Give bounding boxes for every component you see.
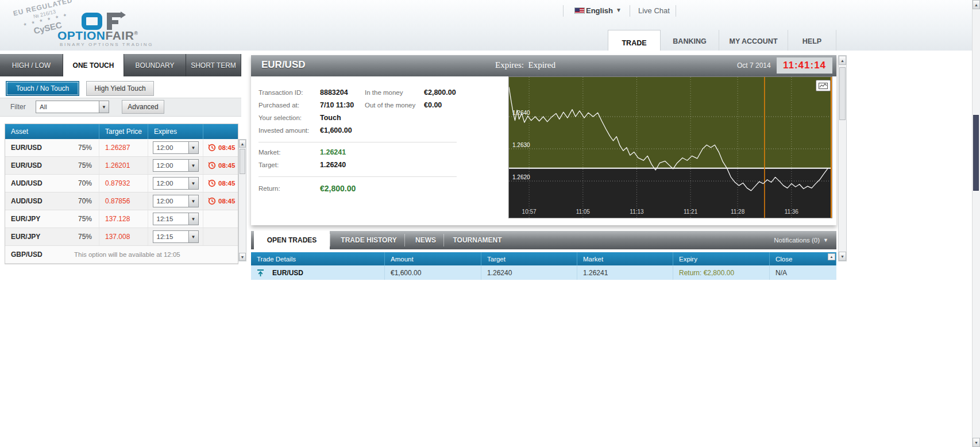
current-date: Oct 7 2014 [737,61,771,70]
transaction-id-label: Transaction ID: [258,89,303,96]
asset-table: AssetTarget PriceExpires EUR/USD75%1.262… [5,124,238,264]
asset-col-header: Asset [5,124,99,139]
chevron-down-icon[interactable]: ▼ [188,213,198,225]
logo-arrow-icon [121,11,126,18]
asset-name: AUD/USD [5,197,78,205]
chevron-down-icon[interactable]: ▼ [188,195,198,207]
svg-text:1.2630: 1.2630 [512,142,530,148]
us-flag-icon [574,7,585,14]
chart-type-button[interactable] [816,80,831,91]
expires-select[interactable]: 12:00▼ [153,195,199,207]
scroll-down-icon[interactable]: ▼ [973,438,980,447]
svg-text:1.2620: 1.2620 [512,174,530,180]
asset-row-eur-jpy[interactable]: EUR/JPY75%137.12812:15▼ [5,210,238,228]
scrollbar-thumb[interactable] [240,149,245,174]
scroll-up-icon[interactable]: ▲ [839,56,846,65]
asset-row-eur-usd[interactable]: EUR/USD75%1.2620112:00▼08:45 [5,157,238,175]
top-header: EU REGULATED № 216/13 ★ ★ ★ ★ ★ ★ CySEC … [0,0,972,51]
scroll-up-icon[interactable]: ▲ [973,0,980,9]
nav-tab-my-account[interactable]: MY ACCOUNT [719,30,788,53]
trade-asset: EUR/USD [272,269,303,277]
asset-table-scrollbar[interactable]: ▲ ▼ [238,139,246,261]
expires-value: 12:00 [153,198,188,205]
in-money-value: €2,800.00 [424,88,456,97]
bottom-tab-tournament[interactable]: TOURNAMENT [447,231,508,249]
in-money-label: In the money [365,89,403,96]
divider [258,142,457,142]
trade-target: 1.26240 [481,265,577,280]
bottom-tabs-bar: Notifications (0) ▼ OPEN TRADESTRADE HIS… [251,231,836,249]
asset-row-aud-usd[interactable]: AUD/USD70%0.8785612:00▼08:45 [5,192,238,210]
notifications-toggle[interactable]: Notifications (0) ▼ [774,231,828,249]
countdown-cell: 08:45 [203,175,238,192]
out-money-label: Out of the money [365,102,415,109]
header-divider [563,5,564,17]
chevron-down-icon[interactable]: ▼ [188,142,198,153]
nav-tab-help[interactable]: HELP [788,30,836,53]
instrument-tab-high-low[interactable]: HIGH / LOW [0,54,63,76]
asset-unavailable-notice: This option will be available at 12:05 [74,246,238,263]
trades-col-header: Market [577,252,673,265]
expires-select[interactable]: 12:15▼ [153,213,199,225]
trade-amount: €1,600.00 [385,265,481,280]
asset-row-aud-usd[interactable]: AUD/USD70%0.8793212:00▼08:45 [5,175,238,192]
scrollbar-thumb[interactable] [839,67,846,120]
bottom-tab-open-trades[interactable]: OPEN TRADES [254,231,330,249]
expires-select[interactable]: 12:00▼ [153,141,199,154]
asset-row-gbp-usd[interactable]: GBP/USDThis option will be available at … [5,246,238,264]
touch-no-touch-button[interactable]: Touch / No Touch [6,81,79,96]
asset-row-eur-usd[interactable]: EUR/USD75%1.2628712:00▼08:45 [5,139,238,157]
asset-name: AUD/USD [5,179,78,187]
expires-select[interactable]: 12:00▼ [153,177,199,190]
live-chat-link[interactable]: Live Chat [638,6,670,15]
expires-value: 12:00 [153,162,188,169]
countdown-time: 08:45 [218,180,235,187]
filter-select[interactable]: All ▼ [36,101,109,113]
open-trade-row[interactable]: EUR/USD€1,600.001.262401.26241Return: €2… [251,265,836,280]
high-yield-touch-button[interactable]: High Yield Touch [86,81,154,96]
nav-tab-banking[interactable]: BANKING [661,30,719,53]
payout-percent: 70% [78,179,99,187]
chevron-down-icon[interactable]: ▼ [188,178,198,189]
optionfair-trading-page: EU REGULATED № 216/13 ★ ★ ★ ★ ★ ★ CySEC … [0,0,980,447]
countdown-time: 08:45 [218,198,235,205]
chevron-down-icon[interactable]: ▼ [188,231,198,242]
selection-value: Touch [320,114,341,122]
expires-select[interactable]: 12:00▼ [153,159,199,172]
instrument-tab-one-touch[interactable]: ONE TOUCH [63,54,124,76]
market-label: Market: [258,149,280,156]
asset-name: GBP/USD [5,251,74,259]
target-value: 1.26240 [320,161,346,169]
asset-col-header: Target Price [99,124,148,139]
price-chart: 10:5711:0511:1311:2111:2811:361.26401.26… [508,76,832,218]
advanced-button[interactable]: Advanced [122,100,164,114]
asset-row-eur-jpy[interactable]: EUR/JPY75%137.00812:15▼ [5,228,238,246]
out-money-value: €0.00 [424,101,442,109]
scroll-down-icon[interactable]: ▼ [239,253,246,261]
bottom-tab-trade-history[interactable]: TRADE HISTORY [333,231,404,249]
countdown-cell [203,228,238,245]
open-trades-header: Trade DetailsAmountTargetMarketExpiryClo… [251,252,836,265]
main-nav-tabs: TRADEBANKINGMY ACCOUNTHELP [608,30,836,53]
chevron-down-icon[interactable]: ▼ [188,160,198,171]
bottom-tab-news[interactable]: NEWS [408,231,443,249]
filter-label: Filter [10,103,26,111]
scroll-down-icon[interactable]: ▼ [839,252,846,261]
trades-col-header: Trade Details [251,252,385,265]
instrument-tab-short-term[interactable]: SHORT TERM [186,54,241,76]
chevron-down-icon[interactable]: ▼ [99,101,109,113]
page-scrollbar[interactable]: ▲ ▼ [972,0,980,447]
chevron-down-icon[interactable]: ▼ [616,7,622,13]
expires-select[interactable]: 12:15▼ [153,230,199,243]
instrument-tab-boundary[interactable]: BOUNDARY [124,54,186,76]
scrollbar-thumb[interactable] [973,115,979,191]
logo-o-shape [82,13,102,30]
trade-symbol-title: EUR/USD [261,59,306,71]
content-scrollbar[interactable]: ▲ ▼ [838,55,847,261]
open-trades-body: EUR/USD€1,600.001.262401.26241Return: €2… [251,265,836,280]
scroll-up-icon[interactable]: ▲ [239,140,246,148]
language-selector[interactable]: English [586,6,613,15]
scroll-up-icon[interactable]: ▲ [828,253,835,260]
brand-wordmark[interactable]: OPTIONFAIR® [57,29,138,43]
invested-value: €1,600.00 [320,126,352,134]
